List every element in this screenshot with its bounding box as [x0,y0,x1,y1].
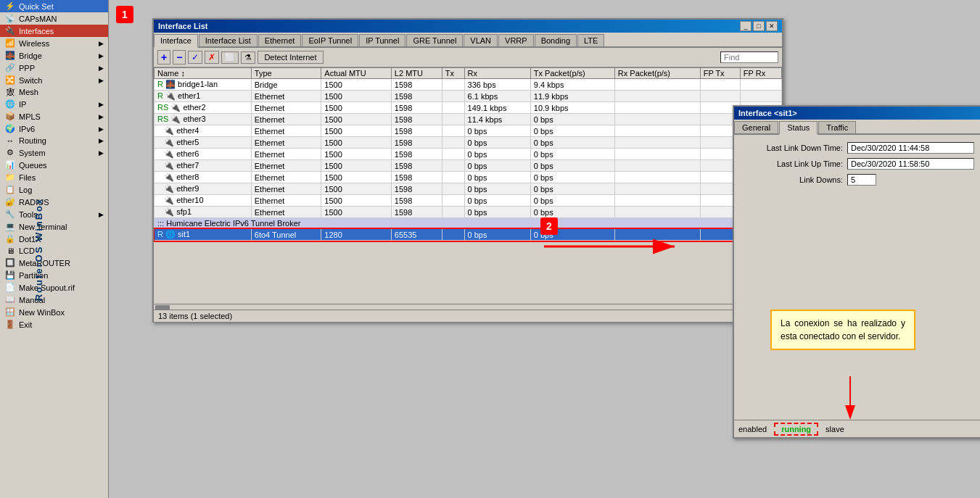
table-row[interactable]: 🔌 ether6 Ethernet 1500 1598 0 bps 0 bps [155,149,782,160]
cell-rx-pkt [614,91,700,102]
table-row[interactable]: 🔌 ether5 Ethernet 1500 1598 0 bps 0 bps [155,137,782,149]
col-type[interactable]: Type [251,68,321,79]
col-fp-tx[interactable]: FP Tx [700,68,740,79]
sidebar-item-switch[interactable]: 🔀 Switch ▶ [0,74,108,86]
status-enabled: enabled [738,425,767,433]
sidebar-item-radius[interactable]: 🔐 RADIUS [0,196,108,208]
sidebar-item-log[interactable]: 📋 Log [0,183,108,196]
interface-list-titlebar: Interface List _ □ ✕ [154,20,782,33]
find-input[interactable] [720,51,778,63]
sidebar-item-routing[interactable]: ↔ Routing ▶ [0,135,108,146]
cell-l2-mtu: 1598 [391,114,442,125]
sidebar-item-mesh[interactable]: 🕸 Mesh [0,86,108,98]
add-button[interactable]: + [157,50,170,65]
sidebar-item-label: PPP [19,64,35,72]
sidebar-item-exit[interactable]: 🚪 Exit [0,318,108,331]
detail-content-area: Last Link Down Time: Last Link Up Time: … [734,135,980,197]
tab-interface[interactable]: Interface [154,34,198,48]
table-row[interactable]: RS 🔌 ether3 Ethernet 1500 1598 11.4 kbps… [155,114,782,125]
sidebar-item-dot1x[interactable]: 🔒 Dot1X [0,233,108,245]
cell-rx-pkt [614,125,700,137]
table-row[interactable]: 🔌 ether10 Ethernet 1500 1598 0 bps 0 bps [155,195,782,207]
tab-lte[interactable]: LTE [577,34,604,46]
group-header-label: ::: Humicane Electric IPv6 Tunnel Broker [155,218,782,229]
tab-gre-tunnel[interactable]: GRE Tunnel [406,34,463,46]
link-downs-value[interactable] [847,174,876,186]
sidebar-item-wireless[interactable]: 📶 Wireless ▶ [0,37,108,49]
table-row-sit1[interactable]: R 🌐 sit1 6to4 Tunnel 1280 65535 0 bps 0 … [155,229,782,241]
detail-tab-general[interactable]: General [734,121,778,133]
detail-tabs: General Status Traffic [734,120,980,135]
col-fp-rx[interactable]: FP Rx [740,68,781,79]
annotation-badge-1: 1 [116,6,133,23]
sidebar-item-bridge[interactable]: 🌉 Bridge ▶ [0,49,108,62]
table-row[interactable]: 🔌 sfp1 Ethernet 1500 1598 0 bps 0 bps [155,207,782,218]
sidebar-item-ip[interactable]: 🌐 IP ▶ [0,98,108,110]
col-tx[interactable]: Tx [442,68,464,79]
disable-button[interactable]: ✗ [205,51,219,64]
sidebar-item-tools[interactable]: 🔧 Tools ▶ [0,208,108,220]
tab-interface-list[interactable]: Interface List [199,34,258,46]
cell-rx-pkt [614,160,700,172]
sidebar-item-ipv6[interactable]: 🌍 IPv6 ▶ [0,123,108,135]
sidebar-item-ppp[interactable]: 🔗 PPP ▶ [0,62,108,74]
cell-flag: R 🔌 ether1 [155,91,252,102]
copy-toolbar-button[interactable]: ⬜ [221,51,239,64]
sidebar-item-manual[interactable]: 📖 Manual [0,294,108,306]
table-row[interactable]: R 🔌 ether1 Ethernet 1500 1598 6.1 kbps 1… [155,91,782,102]
minimize-button[interactable]: _ [740,21,752,31]
sidebar-item-quick-set[interactable]: ⚡ Quick Set [0,0,108,12]
tab-bonding[interactable]: Bonding [535,34,577,46]
col-tx-pkt[interactable]: Tx Packet(p/s) [530,68,614,79]
sidebar-item-capsman[interactable]: 📡 CAPsMAN [0,12,108,25]
sidebar-item-system[interactable]: ⚙ System ▶ [0,146,108,159]
close-button[interactable]: ✕ [766,21,778,31]
horizontal-scrollbar[interactable] [154,304,782,310]
cell-type: Ethernet [251,160,321,172]
tab-ethernet[interactable]: Ethernet [258,34,302,46]
cell-actual-mtu: 1500 [321,125,392,137]
col-l2-mtu[interactable]: L2 MTU [391,68,442,79]
table-row[interactable]: 🔌 ether8 Ethernet 1500 1598 0 bps 0 bps [155,172,782,183]
sidebar-item-mpls[interactable]: 📦 MPLS ▶ [0,110,108,123]
interface-table-container: Name ↕ Type Actual MTU L2 MTU Tx Rx Tx P… [154,67,782,304]
interface-detail-titlebar: Interface <sit1> _ □ ✕ [734,107,980,120]
table-row[interactable]: 🔌 ether7 Ethernet 1500 1598 0 bps 0 bps [155,160,782,172]
table-row[interactable]: R 🌉 bridge1-lan Bridge 1500 1598 336 bps… [155,79,782,91]
detail-tab-traffic[interactable]: Traffic [818,121,856,133]
cell-rx: 0 bps [464,195,530,207]
col-rx[interactable]: Rx [464,68,530,79]
tab-vrrp[interactable]: VRRP [498,34,534,46]
cell-actual-mtu: 1500 [321,207,392,218]
tab-vlan[interactable]: VLAN [464,34,498,46]
tab-ip-tunnel[interactable]: IP Tunnel [359,34,405,46]
filter-button[interactable]: ⚗ [241,51,255,64]
detail-tab-status[interactable]: Status [779,121,818,135]
col-name[interactable]: Name ↕ [155,68,252,79]
last-link-down-time-value[interactable] [847,142,974,154]
table-row[interactable]: RS 🔌 ether2 Ethernet 1500 1598 149.1 kbp… [155,102,782,114]
scroll-thumb[interactable] [155,305,170,310]
ppp-icon: 🔗 [4,63,16,72]
sidebar-item-queues[interactable]: 📊 Queues [0,159,108,171]
sidebar-item-interfaces[interactable]: 🔌 Interfaces [0,25,108,37]
sidebar-item-make-supout[interactable]: 📄 Make Supout.rif [0,281,108,294]
table-row[interactable]: 🔌 ether4 Ethernet 1500 1598 0 bps 0 bps [155,125,782,137]
enable-button[interactable]: ✓ [188,51,202,64]
tab-eoip-tunnel[interactable]: EoIP Tunnel [302,34,358,46]
col-rx-pkt[interactable]: Rx Packet(p/s) [614,68,700,79]
col-actual-mtu[interactable]: Actual MTU [321,68,392,79]
detect-internet-button[interactable]: Detect Internet [258,51,323,64]
table-row[interactable]: 🔌 ether9 Ethernet 1500 1598 0 bps 0 bps [155,183,782,195]
sidebar-item-partition[interactable]: 💾 Partition [0,269,108,281]
maximize-button[interactable]: □ [753,21,765,31]
cell-rx-pkt [614,172,700,183]
remove-button[interactable]: − [173,50,186,65]
cell-l2-mtu: 1598 [391,137,442,149]
sidebar-item-metarouter[interactable]: 🔲 MetaROUTER [0,257,108,269]
sidebar-item-lcd[interactable]: 🖥 LCD [0,245,108,257]
sidebar-item-new-winbox[interactable]: 🪟 New WinBox [0,306,108,318]
sidebar-item-new-terminal[interactable]: 💻 New Terminal [0,220,108,233]
sidebar-item-files[interactable]: 📁 Files [0,171,108,183]
last-link-up-time-value[interactable] [847,158,974,170]
